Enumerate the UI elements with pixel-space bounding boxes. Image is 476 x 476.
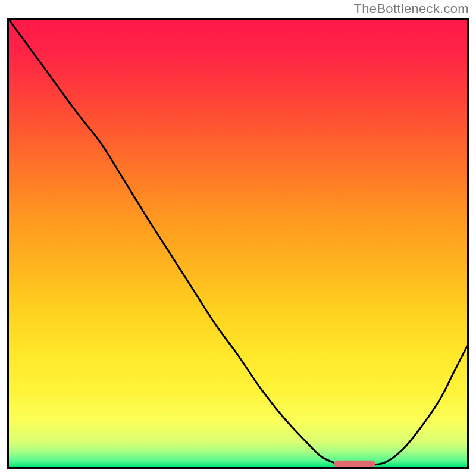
- optimal-range-marker: [334, 461, 375, 468]
- bottleneck-chart: [7, 18, 469, 469]
- attribution-watermark: TheBottleneck.com: [354, 1, 469, 17]
- chart-frame: [7, 18, 469, 469]
- gradient-backdrop: [9, 20, 467, 467]
